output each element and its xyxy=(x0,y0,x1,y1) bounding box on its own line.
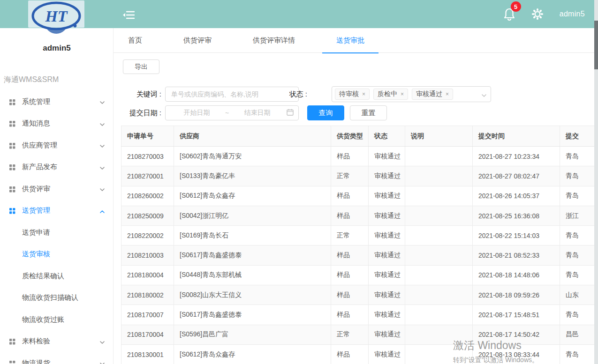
results-table: 申请单号供应商供货类型状态说明提交时间提交 2108270003 [S0602]… xyxy=(121,126,596,364)
cell-status: 审核通过 xyxy=(369,166,405,186)
table-row[interactable]: 2108270003 [S0602]青岛海通万安 样品 审核通过 2021-08… xyxy=(121,147,597,166)
cell-submit-extra: 青岛 xyxy=(560,245,597,265)
tab[interactable]: 送货审批 xyxy=(322,28,378,53)
table-row[interactable]: 2108130001 [S0612]青岛众鑫存 样品 审核通过 2021-08-… xyxy=(121,344,597,364)
sidebar-subitem[interactable]: 物流收货扫描确认 xyxy=(0,287,114,309)
sidebar-item[interactable]: 来料检验 xyxy=(0,331,114,353)
cell-order-no: 2108270003 xyxy=(121,147,174,166)
settings-gear-icon[interactable] xyxy=(531,8,544,20)
column-header: 申请单号 xyxy=(121,126,174,147)
status-filter-tag[interactable]: 审核通过 × xyxy=(412,89,453,100)
tag-close-icon[interactable]: × xyxy=(362,91,365,97)
tag-close-icon[interactable]: × xyxy=(401,91,404,97)
sidebar-item[interactable]: 供货评审 xyxy=(0,178,114,200)
sidebar-item[interactable]: 新产品发布 xyxy=(0,156,114,178)
table-row[interactable]: 2108180002 [S0082]山东大王信义 样品 审核通过 2021-08… xyxy=(121,285,597,305)
cell-supply-type: 样品 xyxy=(331,265,369,285)
table-row[interactable]: 2108260002 [S0612]青岛众鑫存 样品 审核通过 2021-08-… xyxy=(121,186,597,206)
cell-order-no: 2108130001 xyxy=(121,344,174,364)
sidebar-item[interactable]: 系统管理 xyxy=(0,91,114,113)
sidebar-menu: 系统管理 通知消息 xyxy=(0,91,114,364)
status-multiselect[interactable]: 待审核 × 质检中 × 审核通过 × xyxy=(332,86,491,102)
sidebar-item-label: 物流退货 xyxy=(22,359,99,364)
cell-supply-type: 正常 xyxy=(331,226,369,245)
cell-order-no: 2108170004 xyxy=(121,325,174,344)
table-row[interactable]: 2108170007 [S0617]青岛鑫盛德泰 样品 审核通过 2021-08… xyxy=(121,305,597,325)
column-header: 供应商 xyxy=(174,126,331,147)
scrollbar-thumb[interactable] xyxy=(594,21,598,69)
table-row[interactable]: 2108270001 [S0133]青岛豪亿丰 正常 审核通过 2021-08-… xyxy=(121,166,597,186)
sidebar-item[interactable]: 通知消息 xyxy=(0,113,114,135)
header-username[interactable]: admin5 xyxy=(560,10,585,18)
cell-supplier: [S0612]青岛众鑫存 xyxy=(174,344,331,364)
date-range-picker[interactable]: 开始日期 ~ 结束日期 xyxy=(165,105,299,120)
sidebar-subitem[interactable]: 物流收货过账 xyxy=(0,309,114,331)
cell-note xyxy=(405,344,473,364)
search-button[interactable]: 查询 xyxy=(307,105,344,120)
cell-submit-extra: 浙江 xyxy=(560,206,597,225)
cell-supply-type: 样品 xyxy=(331,344,369,364)
reset-button[interactable]: 重置 xyxy=(350,105,387,120)
appstore-grid-icon xyxy=(9,186,15,192)
table-row[interactable]: 2108220002 [S0169]青岛长石 正常 审核通过 2021-08-2… xyxy=(121,226,597,245)
sidebar-item[interactable]: 送货管理 xyxy=(0,200,114,222)
notification-badge: 5 xyxy=(511,1,521,12)
cell-note xyxy=(405,147,473,166)
date-start-placeholder: 开始日期 xyxy=(170,109,223,117)
cell-submit-extra: 青岛 xyxy=(560,265,597,285)
tab[interactable]: 首页 xyxy=(114,28,156,53)
cell-order-no: 2108270001 xyxy=(121,166,174,186)
cell-status: 审核通过 xyxy=(369,186,405,206)
sidebar-subitem-label: 送货审核 xyxy=(22,250,105,259)
tab-label: 供货评审详情 xyxy=(253,36,295,45)
sidebar-item[interactable]: 物流退货 xyxy=(0,352,114,364)
cell-note xyxy=(405,285,473,305)
sidebar-subitem[interactable]: 送货审核 xyxy=(0,244,114,266)
cell-supplier: [S0133]青岛豪亿丰 xyxy=(174,166,331,186)
cell-status: 审核通过 xyxy=(369,206,405,225)
calendar-icon xyxy=(287,109,294,117)
cell-note xyxy=(405,325,473,344)
table-row[interactable]: 2108210003 [S0617]青岛鑫盛德泰 样品 审核通过 2021-08… xyxy=(121,245,597,265)
export-button[interactable]: 导出 xyxy=(123,59,159,74)
cell-submit-extra: 青岛 xyxy=(560,186,597,206)
status-filter-tag[interactable]: 待审核 × xyxy=(335,89,370,100)
cell-submit-extra: 昌邑 xyxy=(560,325,597,344)
sidebar-item[interactable]: 供应商管理 xyxy=(0,134,114,156)
notification-bell-icon[interactable]: 5 xyxy=(503,7,515,21)
cell-submit-time: 2021-08-21 08:52:33 xyxy=(473,245,560,265)
tag-close-icon[interactable]: × xyxy=(446,91,449,97)
cell-supply-type: 样品 xyxy=(331,186,369,206)
keyword-input[interactable] xyxy=(165,87,299,102)
column-header: 提交时间 xyxy=(473,126,560,147)
sidebar-subitem-label: 送货申请 xyxy=(22,228,105,237)
column-header: 状态 xyxy=(369,126,405,147)
chevron-down-icon xyxy=(99,339,105,344)
cell-note xyxy=(405,206,473,225)
cell-submit-time: 2021-08-17 14:50:42 xyxy=(473,325,560,344)
table-body: 2108270003 [S0602]青岛海通万安 样品 审核通过 2021-08… xyxy=(121,147,597,364)
tab[interactable]: 供货评审 xyxy=(169,28,226,53)
sidebar-subitem[interactable]: 送货申请 xyxy=(0,222,114,244)
cell-note xyxy=(405,265,473,285)
table-row[interactable]: 2108170004 [S0596]昌邑广富 正常 审核通过 2021-08-1… xyxy=(121,325,597,344)
table-row[interactable]: 2108180004 [S0448]青岛东部机械 样品 审核通过 2021-08… xyxy=(121,265,597,285)
table-row[interactable]: 2108250009 [S0042]浙江明亿 样品 审核通过 2021-08-2… xyxy=(121,206,597,225)
cell-supplier: [S0596]昌邑广富 xyxy=(174,325,331,344)
sidebar-subitem-label: 质检结果确认 xyxy=(22,272,105,281)
sidebar: admin5 海通WMS&SRM 系统管理 xyxy=(0,28,114,364)
sidebar-subitem[interactable]: 质检结果确认 xyxy=(0,265,114,287)
menu-fold-icon[interactable] xyxy=(123,9,135,21)
vertical-scrollbar[interactable] xyxy=(594,0,598,364)
cell-submit-extra: 山东 xyxy=(560,285,597,305)
cell-order-no: 2108180002 xyxy=(121,285,174,305)
date-end-placeholder: 结束日期 xyxy=(231,109,284,117)
tab[interactable]: 供货评审详情 xyxy=(239,28,309,53)
chevron-down-icon xyxy=(481,92,487,100)
cell-submit-extra: 青岛 xyxy=(560,166,597,186)
status-filter-tag[interactable]: 质检中 × xyxy=(373,89,408,100)
cell-order-no: 2108210003 xyxy=(121,245,174,265)
appstore-grid-icon xyxy=(9,208,15,214)
svg-text:HT: HT xyxy=(45,7,68,25)
sidebar-username: admin5 xyxy=(0,44,114,53)
